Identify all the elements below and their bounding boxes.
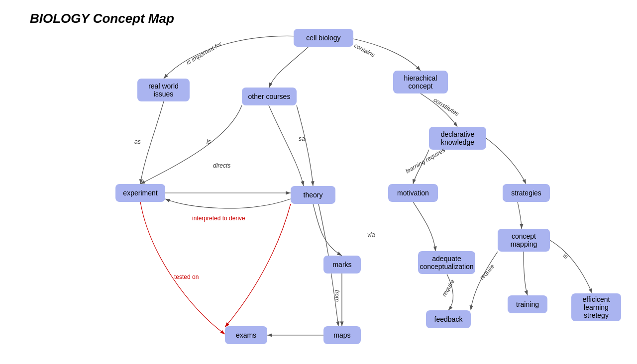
node-theory: theory — [291, 186, 335, 204]
node-hierachical-concept: hierachical concept — [393, 71, 448, 93]
node-other-courses-label: other courses — [248, 92, 291, 100]
node-cell-biology: cell biology — [294, 29, 353, 47]
node-theory-label: theory — [304, 191, 323, 199]
node-hierachical-concept-label: hierachical concept — [398, 74, 443, 90]
page-title: BIOLOGY Concept Map — [30, 11, 174, 26]
node-feedback-label: feedback — [434, 315, 463, 323]
label-interpreted-to-derive: interpreted to derive — [192, 215, 245, 222]
label-is-2: is — [562, 252, 569, 260]
node-real-world-issues: real world issues — [137, 79, 190, 101]
node-experiment: experiment — [115, 184, 165, 202]
label-is-important-for: is important for — [185, 40, 223, 66]
label-via: via — [367, 231, 375, 238]
node-real-world-issues-label: real world issues — [142, 82, 185, 98]
label-learning-requires: learning requires — [404, 147, 446, 175]
node-motivation: motivation — [388, 184, 438, 202]
node-declarative-knowledge-label: declarative knowledge — [434, 130, 481, 146]
label-from: from — [333, 290, 340, 302]
node-strategies-label: strategies — [511, 189, 541, 197]
node-other-courses: other courses — [242, 88, 297, 105]
node-feedback: feedback — [426, 310, 471, 328]
node-exams: exams — [225, 326, 267, 344]
label-directs: directs — [213, 162, 230, 169]
node-adequate-conceptualization-label: adequate conceptualization — [420, 255, 473, 271]
label-contains: contains — [353, 42, 376, 58]
label-as: as — [134, 138, 141, 145]
node-adequate-conceptualization: adequate conceptualization — [418, 251, 475, 274]
label-constitutes: constitutes — [432, 96, 460, 117]
label-sa: sa — [299, 135, 305, 142]
label-require-1: require — [440, 278, 456, 297]
node-marks-label: marks — [332, 261, 351, 269]
node-declarative-knowledge: declarative knowledge — [429, 127, 486, 150]
node-exams-label: exams — [236, 331, 256, 339]
label-tested-on: tested on — [174, 273, 199, 280]
node-concept-mapping-label: concept mapping — [503, 232, 545, 248]
node-efficient-learning: efficicent learning stretegy — [571, 293, 621, 321]
label-is: is — [207, 138, 211, 145]
node-strategies: strategies — [503, 184, 550, 202]
label-require-2: require — [478, 263, 496, 281]
node-maps-label: maps — [333, 331, 350, 339]
node-cell-biology-label: cell biology — [306, 34, 340, 42]
node-marks: marks — [323, 256, 361, 273]
node-training: training — [508, 295, 547, 313]
node-experiment-label: experiment — [123, 189, 157, 197]
node-efficient-learning-label: efficicent learning stretegy — [576, 295, 616, 319]
node-training-label: training — [516, 300, 539, 308]
node-maps: maps — [323, 326, 361, 344]
node-motivation-label: motivation — [397, 189, 429, 197]
node-concept-mapping: concept mapping — [498, 229, 550, 252]
